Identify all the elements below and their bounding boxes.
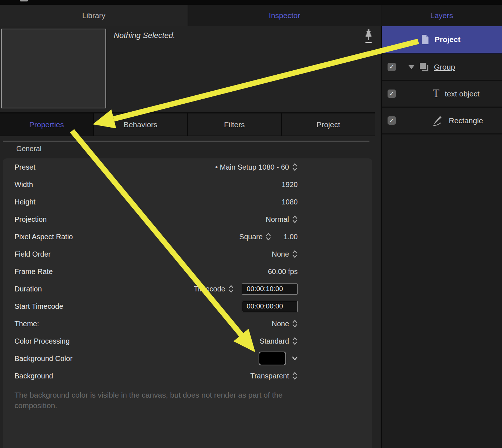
layer-row-rectangle[interactable]: Rectangle: [382, 108, 502, 134]
color-processing-label: Color Processing: [14, 337, 70, 345]
width-value: 1920: [282, 181, 298, 189]
tab-inspector[interactable]: Inspector: [188, 5, 381, 26]
color-processing-value: Standard: [260, 337, 289, 345]
tab-library[interactable]: Library: [0, 5, 188, 26]
theme-row: Theme: None: [3, 315, 372, 332]
duration-label: Duration: [14, 285, 42, 293]
tab-project-label: Project: [317, 120, 340, 129]
inspector-panel: Nothing Selected. Properties Behaviors F…: [0, 26, 381, 448]
theme-label: Theme:: [14, 320, 39, 328]
background-color-swatch[interactable]: [259, 352, 286, 365]
tab-project[interactable]: Project: [282, 113, 375, 136]
layers-panel: Project Group T text object: [382, 26, 502, 448]
field-order-row: Field Order None: [3, 245, 372, 263]
tab-properties-label: Properties: [29, 120, 64, 129]
text-icon: T: [433, 89, 439, 99]
background-color-row: Background Color: [3, 350, 372, 367]
height-value: 1080: [282, 198, 298, 206]
text-object-visibility-checkbox[interactable]: [388, 90, 396, 98]
start-timecode-row: Start Timecode: [3, 298, 372, 315]
projection-label: Projection: [14, 215, 47, 224]
stepper-icon: [292, 249, 298, 259]
stepper-icon: [292, 371, 298, 381]
height-row: Height 1080: [3, 193, 372, 211]
frame-rate-row: Frame Rate 60.00 fps: [3, 263, 372, 280]
layer-row-group[interactable]: Group: [382, 54, 502, 81]
width-row: Width 1920: [3, 176, 372, 193]
selection-status: Nothing Selected.: [114, 31, 175, 40]
color-disclosure-button[interactable]: [292, 356, 298, 361]
frame-rate-label: Frame Rate: [14, 267, 53, 276]
color-processing-popup[interactable]: Standard: [260, 336, 298, 346]
field-order-popup[interactable]: None: [272, 249, 298, 259]
chevron-down-icon: [292, 356, 298, 361]
pixel-aspect-ratio-number: 1.00: [284, 233, 298, 241]
motion-inspector-window: Library Inspector Layers Nothing Selecte…: [0, 0, 502, 448]
background-note: The background color is visible in the c…: [3, 385, 372, 411]
stepper-icon: [228, 284, 234, 294]
tab-layers-label: Layers: [430, 11, 453, 20]
tab-properties[interactable]: Properties: [0, 113, 93, 136]
theme-value: None: [272, 320, 289, 328]
layer-label-project: Project: [435, 35, 460, 44]
background-color-label: Background Color: [14, 354, 72, 363]
tab-filters-label: Filters: [224, 120, 245, 129]
window-control-fragment: [20, 0, 28, 1]
disclosure-triangle-icon[interactable]: [408, 65, 415, 70]
pixel-aspect-ratio-label: Pixel Aspect Ratio: [14, 233, 73, 241]
background-popup[interactable]: Transparent: [250, 371, 298, 381]
pin-button[interactable]: [362, 29, 375, 46]
duration-row: Duration Timecode: [3, 280, 372, 298]
start-timecode-label: Start Timecode: [14, 302, 63, 311]
section-divider: [3, 141, 369, 142]
window-top-strip: [0, 0, 502, 5]
rectangle-visibility-checkbox[interactable]: [388, 116, 396, 125]
document-icon: [421, 34, 430, 45]
stepper-icon: [292, 336, 298, 346]
projection-popup[interactable]: Normal: [266, 215, 298, 224]
preset-value: • Main Setup 1080 - 60: [215, 163, 289, 171]
layer-label-rectangle: Rectangle: [449, 116, 483, 125]
pixel-aspect-ratio-popup[interactable]: Square: [239, 232, 272, 241]
group-icon: [419, 62, 430, 72]
pixel-aspect-ratio-value: Square: [239, 233, 263, 241]
layer-label-text-object: text object: [445, 90, 480, 98]
height-label: Height: [14, 198, 35, 206]
layer-row-text-object[interactable]: T text object: [382, 81, 502, 108]
theme-popup[interactable]: None: [272, 319, 298, 328]
tab-behaviors-label: Behaviors: [124, 120, 157, 129]
color-processing-row: Color Processing Standard: [3, 332, 372, 350]
stepper-icon: [292, 162, 298, 172]
preset-label: Preset: [14, 163, 35, 171]
properties-list: Preset • Main Setup 1080 - 60 Width 1920…: [3, 158, 372, 448]
preset-popup[interactable]: • Main Setup 1080 - 60: [215, 162, 298, 172]
paintbrush-icon: [431, 115, 443, 126]
tab-inspector-label: Inspector: [269, 11, 300, 20]
tab-filters[interactable]: Filters: [188, 113, 281, 136]
layer-label-group: Group: [434, 63, 455, 71]
background-row: Background Transparent: [3, 367, 372, 385]
pushpin-icon: [362, 29, 375, 46]
tab-behaviors[interactable]: Behaviors: [94, 113, 187, 136]
field-order-label: Field Order: [14, 250, 51, 258]
field-order-value: None: [272, 250, 289, 258]
tab-layers[interactable]: Layers: [381, 5, 502, 26]
pixel-aspect-ratio-row: Pixel Aspect Ratio Square 1.00: [3, 228, 372, 245]
stepper-icon: [292, 215, 298, 224]
duration-mode-value: Timecode: [194, 285, 225, 293]
group-visibility-checkbox[interactable]: [388, 63, 396, 71]
duration-mode-popup[interactable]: Timecode: [194, 284, 234, 294]
width-label: Width: [14, 181, 33, 189]
stepper-icon: [292, 319, 298, 328]
tab-library-label: Library: [82, 11, 105, 20]
inspector-tab-bar: Properties Behaviors Filters Project: [0, 112, 375, 136]
projection-value: Normal: [266, 215, 289, 224]
background-value: Transparent: [250, 372, 289, 380]
stepper-icon: [265, 232, 271, 241]
start-timecode-field[interactable]: [242, 301, 298, 312]
layer-row-project[interactable]: Project: [382, 26, 502, 54]
frame-rate-value: 60.00 fps: [268, 267, 298, 276]
duration-timecode-field[interactable]: [242, 283, 298, 295]
preview-thumbnail: [1, 29, 106, 108]
background-label: Background: [14, 372, 53, 380]
